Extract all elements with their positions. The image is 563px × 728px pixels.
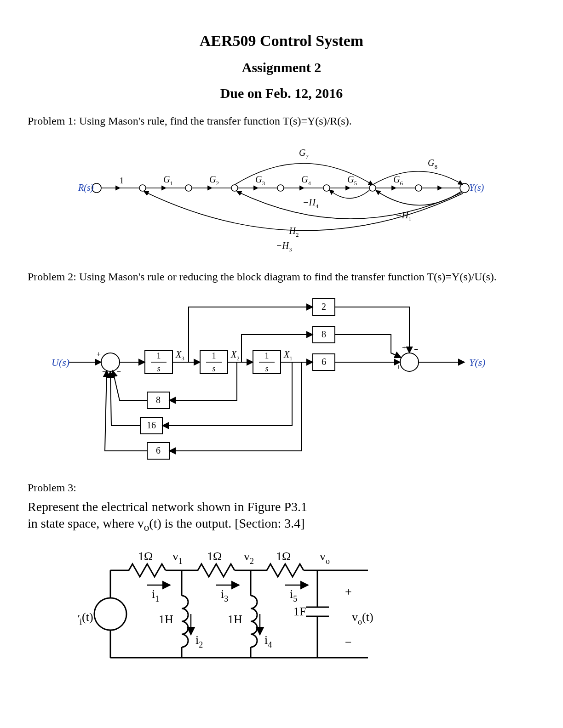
problem3-line1: Represent the electrical network shown i…: [28, 500, 535, 514]
svg-text:G2: G2: [209, 174, 219, 187]
g6s: 6: [400, 180, 403, 187]
g1s: 1: [170, 180, 173, 187]
svg-text:vo: vo: [320, 550, 330, 566]
sum1-m3: −: [117, 368, 121, 375]
x1: X: [283, 349, 290, 359]
fb-16: 16: [147, 420, 156, 430]
h2: −H: [283, 226, 296, 236]
vots: o: [358, 617, 362, 626]
vitb: (t): [82, 610, 93, 624]
x3s: 3: [181, 355, 184, 362]
g8s: 8: [434, 163, 437, 170]
svg-text:i1: i1: [152, 587, 159, 603]
v1s: 1: [178, 557, 183, 566]
int1n: 1: [157, 351, 161, 360]
svg-text:i5: i5: [290, 587, 297, 603]
h4: −H: [303, 197, 316, 207]
i5s: 5: [293, 594, 297, 603]
i1: i: [152, 587, 155, 601]
int3n: 1: [265, 351, 269, 360]
g5s: 5: [354, 180, 357, 187]
svg-text:−H3: −H3: [276, 240, 292, 252]
x2s: 2: [236, 355, 240, 362]
gain-6f: 6: [322, 357, 326, 367]
svg-point-69: [94, 598, 126, 630]
svg-text:G4: G4: [301, 174, 311, 187]
g1: G: [163, 174, 170, 184]
svg-point-5: [323, 185, 330, 191]
votb: (t): [362, 610, 373, 624]
svg-text:i2: i2: [195, 633, 203, 649]
L2: 1H: [228, 613, 242, 626]
svg-point-8: [460, 183, 469, 193]
problem3-line2: in state space, where vo(t) is the outpu…: [28, 516, 535, 534]
sum1-plus: +: [97, 350, 101, 358]
h1: −H: [396, 210, 409, 220]
problem1-text: Problem 1: Using Mason's rule, find the …: [28, 115, 535, 127]
sum1-m2: −: [109, 370, 114, 378]
int2d: s: [212, 364, 215, 373]
svg-text:i3: i3: [221, 587, 228, 603]
i5: i: [290, 587, 293, 601]
h3: −H: [276, 240, 289, 250]
h3s: 3: [289, 246, 292, 252]
vot: v: [352, 610, 358, 624]
svg-text:v1: v1: [172, 550, 183, 566]
svg-text:−H2: −H2: [283, 226, 299, 238]
svg-point-1: [139, 185, 146, 191]
i3s: 3: [224, 594, 228, 603]
i2: i: [195, 633, 199, 647]
svg-text:i4: i4: [264, 633, 272, 649]
vo-minus: −: [345, 636, 352, 649]
problem2-text: Problem 2: Using Mason's rule or reducin…: [28, 271, 535, 283]
g4: G: [301, 174, 308, 184]
g2s: 2: [216, 180, 219, 187]
v2: v: [244, 550, 250, 563]
svg-text:−H4: −H4: [303, 197, 319, 210]
C1: 1F: [293, 605, 306, 618]
svg-point-4: [277, 185, 284, 191]
x3: X: [175, 349, 182, 359]
L1: 1H: [159, 613, 173, 626]
course-title: AER509 Control System: [28, 32, 535, 50]
h2s: 2: [296, 231, 299, 238]
vos: o: [326, 557, 330, 566]
svg-text:G5: G5: [347, 174, 357, 187]
label-one: 1: [120, 176, 124, 185]
h4s: 4: [316, 203, 319, 210]
svg-text:G8: G8: [428, 158, 437, 170]
svg-point-38: [400, 353, 419, 371]
g6: G: [393, 174, 400, 184]
assignment-page: AER509 Control System Assignment 2 Due o…: [0, 0, 563, 728]
g4s: 4: [308, 180, 311, 187]
svg-text:G6: G6: [393, 174, 403, 187]
sum1-m1: −: [102, 368, 106, 375]
sum2-p1: +: [402, 344, 406, 352]
svg-point-3: [231, 185, 238, 191]
i4s: 4: [268, 640, 272, 649]
R3: 1Ω: [276, 550, 291, 563]
i4: i: [264, 633, 268, 647]
g7: G: [299, 148, 306, 158]
gain-8f: 8: [322, 329, 326, 339]
label-Ys: Y(s): [469, 182, 484, 193]
svg-text:G1: G1: [163, 174, 173, 187]
g7s: 7: [305, 153, 309, 160]
svg-text:vo(t): vo(t): [352, 610, 373, 626]
problem3-title: Problem 3:: [28, 482, 535, 494]
x2: X: [230, 349, 237, 359]
due-date: Due on Feb. 12, 2016: [28, 85, 535, 101]
problem3-circuit: 1Ω 1Ω 1Ω 1H 1H 1F v1 v2 vo i1 i2 i3 i4 i…: [78, 543, 428, 676]
g2: G: [209, 174, 216, 184]
svg-text:X1: X1: [283, 349, 293, 362]
i3: i: [221, 587, 224, 601]
sum2-p3: +: [396, 363, 401, 371]
svg-point-2: [185, 185, 192, 191]
int1d: s: [157, 364, 160, 373]
svg-text:v2: v2: [244, 550, 254, 566]
problem2-block-diagram: 1 s 1 s 1 s 2 8 6 8 16 6 X3 X2 X1: [51, 289, 511, 463]
g5: G: [347, 174, 354, 184]
label-Rs: R(s): [78, 182, 94, 193]
g3: G: [255, 174, 262, 184]
i1s: 1: [155, 594, 159, 603]
